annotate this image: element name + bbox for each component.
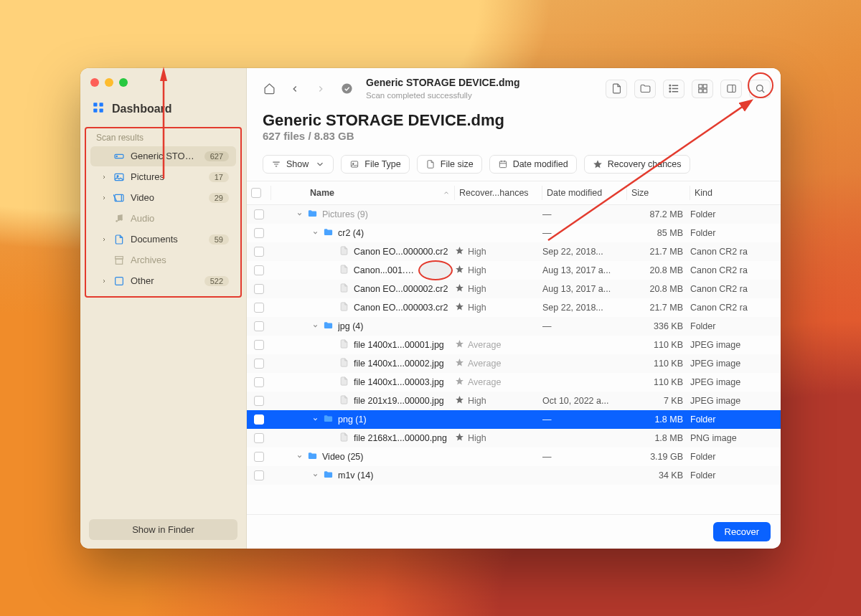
- table-row[interactable]: Canon EO...000000.cr2HighSep 22, 2018...…: [247, 242, 781, 261]
- hex-icon[interactable]: #: [436, 264, 449, 277]
- show-in-finder-button[interactable]: Show in Finder: [89, 519, 237, 540]
- row-checkbox[interactable]: [254, 209, 264, 219]
- back-button[interactable]: [284, 80, 306, 98]
- sidebar-item-generic-storag-[interactable]: Generic STORAG...627: [90, 146, 236, 166]
- name-cell: cr2 (4): [271, 227, 455, 240]
- dashboard-link[interactable]: Dashboard: [80, 94, 246, 127]
- col-name[interactable]: Name: [271, 186, 455, 200]
- filter-file-size[interactable]: File size: [417, 155, 482, 174]
- table-row[interactable]: Pictures (9)—87.2 MBFolder: [247, 205, 781, 224]
- size-cell: 21.7 MB: [627, 247, 690, 257]
- kind-cell: Folder: [690, 228, 775, 238]
- table-row[interactable]: jpg (4)—336 KBFolder: [247, 317, 781, 336]
- recovery-chance: High: [455, 302, 542, 313]
- filter-file-type[interactable]: File Type: [341, 155, 410, 174]
- sidebar-item-label: Pictures: [131, 171, 203, 182]
- filter-date-modified[interactable]: Date modified: [489, 155, 577, 174]
- view-list-icon[interactable]: [663, 80, 684, 98]
- filter-recovery-chances[interactable]: Recovery chances: [584, 155, 690, 174]
- sidebar-item-label: Video: [131, 192, 203, 203]
- svg-rect-14: [116, 259, 122, 264]
- table-row[interactable]: m1v (14)34 KBFolder: [247, 466, 781, 485]
- svg-point-24: [669, 91, 670, 93]
- table-row[interactable]: file 201x19...00000.jpgHighOct 10, 2022 …: [247, 392, 781, 410]
- col-size[interactable]: Size: [627, 186, 690, 200]
- table-row[interactable]: Canon EO...000002.cr2HighAug 13, 2017 a.…: [247, 280, 781, 298]
- table-row[interactable]: file 1400x1...00001.jpgAverage110 KBJPEG…: [247, 336, 781, 354]
- chevron-down-icon[interactable]: [311, 323, 319, 329]
- chevron-down-icon[interactable]: [311, 472, 319, 478]
- sidebar-item-archives[interactable]: Archives: [90, 250, 236, 270]
- star-icon: [455, 358, 464, 369]
- table-row[interactable]: png (1)—1.8 MBFolder: [247, 410, 781, 429]
- view-folder-icon[interactable]: [634, 80, 656, 98]
- row-checkbox[interactable]: [254, 303, 264, 313]
- view-file-icon[interactable]: [606, 80, 627, 98]
- row-checkbox[interactable]: [254, 470, 264, 480]
- sidebar-item-count: 627: [204, 151, 229, 161]
- sidebar-item-label: Documents: [131, 234, 203, 245]
- home-icon[interactable]: [258, 80, 280, 98]
- row-checkbox[interactable]: [254, 284, 264, 294]
- sort-asc-icon: [443, 189, 450, 196]
- forward-button[interactable]: [310, 80, 331, 98]
- sidebar-item-count: 29: [209, 193, 229, 203]
- table-row[interactable]: Canon...001.cr2#HighAug 13, 2017 a...20.…: [247, 261, 781, 280]
- table-row[interactable]: cr2 (4)—85 MBFolder: [247, 224, 781, 242]
- col-date[interactable]: Date modified: [542, 186, 627, 200]
- row-checkbox[interactable]: [254, 228, 264, 238]
- preview-actions[interactable]: #: [422, 264, 449, 277]
- row-checkbox[interactable]: [254, 247, 264, 257]
- svg-line-32: [761, 90, 763, 93]
- sidebar-item-pictures[interactable]: Pictures17: [90, 167, 236, 187]
- svg-rect-29: [727, 85, 735, 93]
- row-checkbox[interactable]: [254, 433, 264, 443]
- chevron-down-icon[interactable]: [311, 229, 319, 236]
- sidebar-item-other[interactable]: Other522: [90, 271, 236, 291]
- table-row[interactable]: Canon EO...000003.cr2HighSep 22, 2018...…: [247, 298, 781, 317]
- table-row[interactable]: file 1400x1...00003.jpgAverage110 KBJPEG…: [247, 373, 781, 392]
- chevron-right-icon: [100, 278, 108, 284]
- select-all-checkbox[interactable]: [251, 188, 261, 198]
- page-title: Generic STORAGE DEVICE.dmg: [263, 111, 768, 130]
- minimize-icon[interactable]: [105, 78, 113, 87]
- table-row[interactable]: file 2168x1...00000.pngHigh1.8 MBPNG ima…: [247, 429, 781, 447]
- row-checkbox[interactable]: [254, 321, 264, 331]
- table-row[interactable]: file 1400x1...00002.jpgAverage110 KBJPEG…: [247, 354, 781, 373]
- row-checkbox[interactable]: [254, 377, 264, 387]
- filter-show[interactable]: Show: [263, 155, 334, 174]
- chevron-down-icon[interactable]: [296, 453, 303, 460]
- sidebar-item-video[interactable]: Video29: [90, 188, 236, 208]
- chevron-down-icon[interactable]: [311, 416, 319, 422]
- recovery-chance: High: [455, 246, 542, 257]
- search-button[interactable]: [749, 80, 771, 98]
- folder-icon: [323, 469, 334, 482]
- sidebar-list: Generic STORAG...627Pictures17Video29Aud…: [86, 146, 240, 291]
- chevron-down-icon[interactable]: [296, 211, 303, 217]
- table-row[interactable]: Video (25)—3.19 GBFolder: [247, 447, 781, 466]
- row-checkbox[interactable]: [254, 359, 264, 369]
- eye-icon[interactable]: [422, 264, 435, 277]
- sidebar-item-documents[interactable]: Documents59: [90, 229, 236, 250]
- row-checkbox[interactable]: [254, 265, 264, 275]
- view-split-icon[interactable]: [720, 80, 742, 98]
- row-checkbox[interactable]: [254, 452, 264, 462]
- page-subtitle: 627 files / 8.83 GB: [263, 130, 768, 142]
- kind-cell: Canon CR2 ra: [690, 284, 775, 294]
- file-icon: [339, 301, 349, 314]
- size-cell: 110 KB: [627, 377, 690, 387]
- col-recovery[interactable]: Recover...hances: [455, 186, 542, 200]
- name-cell: Canon EO...000000.cr2: [271, 245, 455, 258]
- col-kind[interactable]: Kind: [690, 186, 775, 200]
- row-checkbox[interactable]: [254, 340, 264, 350]
- row-checkbox[interactable]: [254, 396, 264, 406]
- sidebar-item-audio[interactable]: Audio: [90, 209, 236, 229]
- file-name: file 1400x1...00002.jpg: [354, 359, 444, 369]
- view-grid-icon[interactable]: [692, 80, 713, 98]
- row-checkbox[interactable]: [254, 414, 264, 425]
- recovery-chance: High: [455, 432, 542, 444]
- file-name: file 1400x1...00001.jpg: [354, 340, 444, 350]
- close-icon[interactable]: [90, 78, 99, 87]
- recover-button[interactable]: Recover: [713, 522, 771, 541]
- zoom-icon[interactable]: [119, 78, 128, 87]
